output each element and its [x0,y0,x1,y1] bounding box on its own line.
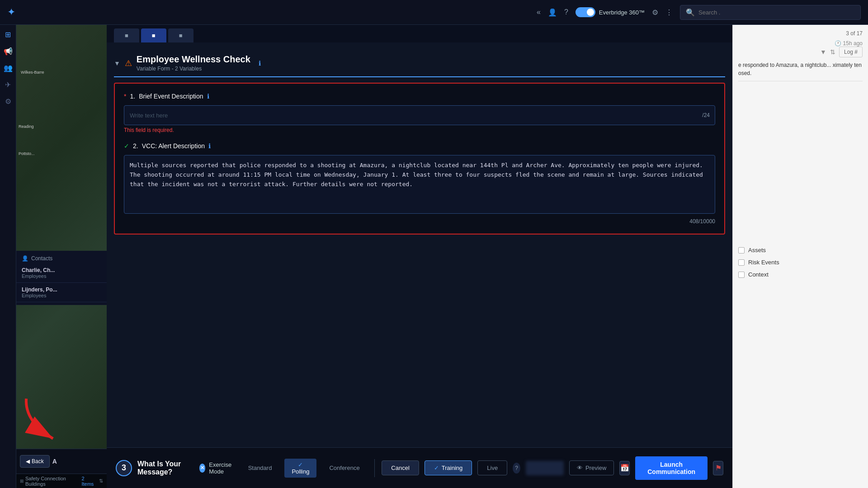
eye-icon: 👁 [577,465,583,471]
back-button[interactable]: ◀ Back [20,455,50,468]
bottom-items-bar: ⊞ Safety Connection Buildings 2 Items ⇅ [16,474,107,488]
live-button[interactable]: Live [477,460,507,475]
form-card: * 1. Brief Event Description ℹ /24 This … [114,83,725,235]
field1-input[interactable] [124,105,715,125]
collapse-icon[interactable]: « [537,8,541,16]
panel-divider-1 [738,81,863,81]
preview-label: Preview [585,465,606,471]
back-arrow-icon: ◀ [26,458,30,465]
top-bar: ✦ « 👤 ? Everbridge 360™ ⚙ ⋮ 🔍 [0,0,868,25]
panel-text-1: e responded to Amazura, a nightclub... x… [738,61,863,77]
filter-icon[interactable]: ▼ [820,48,826,56]
contact-name-charlie: Charlie, Ch... [22,267,101,273]
section-title: Employee Wellness Check [137,54,250,65]
field2-info-icon[interactable]: ℹ [208,142,211,150]
field2-title: VCC: Alert Description [142,142,205,150]
assets-checkbox[interactable] [738,247,745,253]
contact-name-lijnders: Lijnders, Po... [22,286,101,293]
context-label: Context [748,271,769,278]
field2-number: 2. [133,142,138,150]
search-icon: 🔍 [686,8,695,17]
settings-icon[interactable]: ⚙ [652,8,658,17]
help-button[interactable]: ? [513,463,520,474]
sort-icon-bottom[interactable]: ⇅ [99,478,103,484]
contact-role-charlie: Employees [22,273,101,279]
flag-button[interactable]: ⚑ [713,461,723,475]
map-label-wilkes: Wilkes-Barre [21,70,44,75]
sidebar-icon-grid[interactable]: ⊞ [5,30,11,39]
exercise-mode-x-btn[interactable]: ✕ [199,464,206,473]
section-info: Employee Wellness Check Variable Form - … [137,54,250,72]
preview-button[interactable]: 👁 Preview [569,460,614,475]
toggle-switch[interactable] [576,7,595,17]
field1-info-icon[interactable]: ℹ [207,93,209,100]
section-subtitle: Variable Form - 2 Variables [137,66,250,72]
exercise-mode-label: Exercise Mode [209,461,235,475]
search-input[interactable] [698,9,855,16]
context-checkbox[interactable] [738,272,745,278]
right-bottom-checkboxes: Assets Risk Events Context [738,244,863,281]
tab-2[interactable]: ■ [141,28,166,42]
mode-conference[interactable]: Conference [322,462,367,474]
assets-checkbox-item: Assets [738,244,863,256]
field1-counter: /24 [702,112,710,118]
context-checkbox-item: Context [738,268,863,281]
section-info-icon[interactable]: ℹ [259,60,261,67]
warning-icon: ⚠ [125,58,132,68]
calendar-button[interactable]: 📅 [619,461,630,475]
search-bar[interactable]: 🔍 [680,5,861,20]
sort-icon[interactable]: ⇅ [830,48,835,56]
field2-textarea[interactable]: Multiple sources reported that police re… [124,155,715,214]
contacts-label: Contacts [31,255,52,262]
tab-3[interactable]: ■ [168,28,193,42]
contacts-header: 👤 Contacts [16,253,107,263]
sidebar-icon-incidents[interactable]: ✈ [5,80,11,89]
risk-events-checkbox[interactable] [738,259,745,266]
help-icon[interactable]: ? [564,8,568,16]
contact-item-charlie[interactable]: Charlie, Ch... Employees [16,263,107,283]
launch-communication-button[interactable]: Launch Communication [635,456,708,480]
field1-title: Brief Event Description [139,93,203,100]
items-label: Safety Connection Buildings [25,476,78,487]
field1-label: * 1. Brief Event Description ℹ [124,93,715,100]
everbridge-toggle[interactable]: Everbridge 360™ [576,7,645,17]
contact-item-lijnders[interactable]: Lijnders, Po... Employees [16,283,107,302]
mode-polling[interactable]: Polling [284,459,316,478]
bottom-launch-bar: 3 What Is Your Message? ✕ Exercise Mode … [107,447,732,488]
timestamp-value: 15h ago [843,40,863,47]
exercise-mode-toggle: ✕ Exercise Mode [199,461,236,475]
more-icon[interactable]: ⋮ [665,8,673,17]
tab-1[interactable]: ■ [114,28,139,42]
contacts-panel: 👤 Contacts Charlie, Ch... Employees Lijn… [16,251,107,305]
sidebar-icon-contacts[interactable]: 👥 [4,64,13,72]
training-button[interactable]: ✓ Training [425,460,472,475]
right-panel: 3 of 17 🕐 15h ago ▼ ⇅ Log # e responded … [732,25,868,488]
map-label-pottstown: Pottsto... [19,151,35,156]
training-check-icon: ✓ [434,465,439,471]
form-section: ▼ ⚠ Employee Wellness Check Variable For… [107,42,732,247]
collapse-section-icon[interactable]: ▼ [114,60,120,67]
grid-icon: ⊞ [20,479,24,483]
cancel-button[interactable]: Cancel [382,460,419,475]
risk-events-label: Risk Events [748,259,779,266]
filter-row: ▼ ⇅ Log # [738,47,863,57]
field1-number: 1. [130,93,135,100]
section-header: ▼ ⚠ Employee Wellness Check Variable For… [114,50,725,77]
top-bar-left: ✦ [7,6,15,18]
user-icon[interactable]: 👤 [548,8,557,17]
contact-role-lijnders: Employees [22,293,101,298]
main-content: ■ ■ ■ ▼ ⚠ Employee Wellness Check Variab… [107,25,732,488]
log-button[interactable]: Log # [839,47,863,57]
sidebar-icon-settings[interactable]: ⚙ [5,97,11,106]
training-label: Training [442,465,462,471]
blurred-field [526,461,564,475]
mode-standard[interactable]: Standard [241,462,279,474]
field1-error: This field is required. [124,127,715,133]
items-count: 2 Items [81,476,95,487]
message-title: What Is Your Message? [137,460,194,476]
risk-events-checkbox-item: Risk Events [738,256,863,268]
field2-char-count: 408/10000 [124,218,715,225]
top-tabs: ■ ■ ■ [107,25,732,42]
sidebar-icon-alerts[interactable]: 📢 [4,47,13,56]
field2-label: ✓ 2. VCC: Alert Description ℹ [124,142,715,150]
